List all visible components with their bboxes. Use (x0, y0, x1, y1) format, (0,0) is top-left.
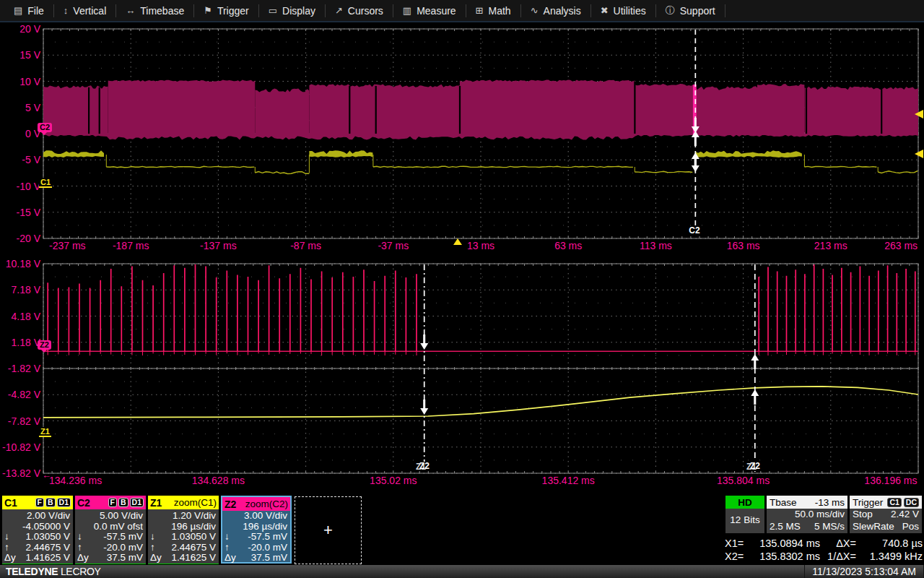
zoom-y-tick-label: 4.18 V (12, 311, 40, 322)
utilities-tools-icon: ✖ (601, 5, 609, 16)
menu-label: Trigger (217, 5, 249, 17)
dx-value: 740.8 µs (858, 537, 923, 550)
zoom-y-tick-label: -7.82 V (8, 415, 40, 427)
main-y-tick-label: 20 V (19, 23, 40, 35)
zoom-y-tick-label: -10.82 V (2, 441, 40, 453)
main-y-tick-label: -20 V (17, 233, 40, 244)
main-y-tick-label: 10 V (19, 76, 40, 87)
menu-support[interactable]: ⓘSupport (656, 0, 725, 21)
menu-display[interactable]: ▭Display (259, 0, 325, 21)
measure-icon: ▥ (403, 5, 411, 16)
z2-offset-indicator[interactable]: Z2 (38, 340, 51, 350)
main-x-tick-label: 13 ms (467, 240, 494, 251)
zoom-y-tick-label: 1.18 V (12, 337, 40, 348)
inv-dx-label: 1/ΔX= (820, 550, 858, 563)
main-x-tick-label: -187 ms (113, 240, 149, 251)
teledyne-lecroy-logo: TELEDYNE LECROY (0, 566, 101, 577)
zoom-x-tick-label: 136.196 ms (864, 475, 917, 486)
main-x-tick-label: 63 ms (554, 240, 582, 251)
menu-label: Timebase (140, 5, 184, 17)
zoom-x-tick-label: 134.628 ms (192, 475, 245, 486)
main-y-tick-label: 5 V (25, 102, 40, 113)
menu-timebase[interactable]: ↔Timebase (116, 0, 193, 21)
menu-label: Support (680, 5, 715, 17)
main-y-tick-label: 15 V (19, 49, 40, 61)
clock: 11/13/2023 5:13:04 AM (804, 565, 924, 578)
menu-analysis[interactable]: ∿Analysis (521, 0, 590, 21)
main-x-tick-label: -87 ms (290, 240, 321, 251)
z1-offset-indicator[interactable]: Z1 (39, 427, 51, 437)
grid-overlay: C2 C1 Z2 Z1 C2 Z1 Z2 Z1 Z2 ← 20 V15 V10 … (0, 0, 924, 578)
menu-math[interactable]: ⊞Math (466, 0, 520, 21)
x1-value: 135.0894 ms (751, 537, 820, 550)
menu-label: Math (489, 5, 511, 17)
oscilloscope-screen: ▤File↕Vertical↔Timebase⚑Trigger▭Display↗… (0, 0, 924, 578)
x2-value: 135.8302 ms (751, 550, 820, 563)
menu-vertical[interactable]: ↕Vertical (54, 0, 116, 21)
x2-label: X2= (725, 550, 751, 563)
main-x-tick-label: -37 ms (378, 240, 409, 251)
zoom-y-tick-label: 7.18 V (12, 284, 40, 296)
menu-measure[interactable]: ▥Measure (393, 0, 466, 21)
main-x-tick-label: 213 ms (814, 240, 847, 251)
main-x-tick-label: -137 ms (200, 240, 237, 251)
main-x-tick-label: 113 ms (640, 240, 672, 251)
main-x-tick-label: 163 ms (727, 240, 760, 251)
menu-separator (725, 4, 725, 17)
main-y-tick-label: -15 V (17, 207, 40, 218)
cursor-arrow-icon: ↗ (335, 5, 343, 16)
pan-left-arrow-icon[interactable]: ← (42, 470, 51, 480)
main-x-tick-label: -237 ms (49, 240, 86, 251)
menu-file[interactable]: ▤File (4, 0, 53, 21)
menu-label: Measure (417, 5, 456, 17)
c1-offset-indicator[interactable]: C1 (39, 178, 52, 188)
zoom-x-tick-label: 135.412 ms (542, 475, 595, 486)
c2-offset-indicator[interactable]: C2 (38, 123, 52, 132)
dx-label: ΔX= (820, 537, 858, 550)
menu-label: Vertical (73, 5, 106, 17)
zoom-x-tick-label: 135.02 ms (370, 475, 417, 486)
zoom-y-tick-label: -13.82 V (2, 467, 40, 479)
zoom-x-tick-label: 134.236 ms (49, 475, 102, 486)
menu-utilities[interactable]: ✖Utilities (591, 0, 655, 21)
support-info-icon: ⓘ (666, 4, 675, 17)
vertical-arrows-icon: ↕ (64, 5, 69, 16)
main-x-tick-label: 263 ms (884, 240, 918, 251)
menu-label: Display (282, 5, 315, 17)
x2-cursor-label[interactable]: Z1 Z2 (749, 462, 762, 471)
zoom-y-tick-label: -1.82 V (8, 363, 40, 374)
menu-bar: ▤File↕Vertical↔Timebase⚑Trigger▭Display↗… (0, 0, 924, 22)
x1-cursor-label-z2: Z2 (419, 461, 430, 471)
horizontal-arrows-icon: ↔ (126, 5, 135, 16)
zoom-x-tick-label: 135.804 ms (717, 475, 770, 486)
zoom-y-tick-label: 10.18 V (6, 258, 40, 269)
main-y-tick-label: -5 V (22, 154, 40, 165)
menu-label: Utilities (614, 5, 646, 17)
main-y-tick-label: -10 V (17, 181, 40, 192)
menu-label: Cursors (348, 5, 383, 17)
inv-dx-value: 1.3499 kHz (858, 550, 923, 563)
math-calculator-icon: ⊞ (476, 5, 484, 16)
x1-label: X1= (725, 537, 751, 550)
menu-label: File (27, 5, 44, 17)
menu-cursors[interactable]: ↗Cursors (326, 0, 393, 21)
menu-label: Analysis (544, 5, 581, 17)
taskbar: TELEDYNE LECROY 11/13/2023 5:13:04 AM (0, 564, 924, 578)
trigger-flag-icon: ⚑ (204, 5, 212, 16)
menu-trigger[interactable]: ⚑Trigger (194, 0, 258, 21)
cursor-readout: X1= 135.0894 ms ΔX= 740.8 µs X2= 135.830… (725, 537, 923, 563)
x1-cursor-label[interactable]: Z1 Z2 (418, 462, 431, 471)
analysis-chart-icon: ∿ (531, 5, 539, 16)
x2-cursor-label-z2: Z2 (750, 461, 760, 471)
file-icon: ▤ (14, 5, 22, 16)
zoom-y-tick-label: -4.82 V (8, 389, 40, 400)
display-monitor-icon: ▭ (269, 5, 277, 16)
main-cursor-label[interactable]: C2 (687, 226, 701, 236)
